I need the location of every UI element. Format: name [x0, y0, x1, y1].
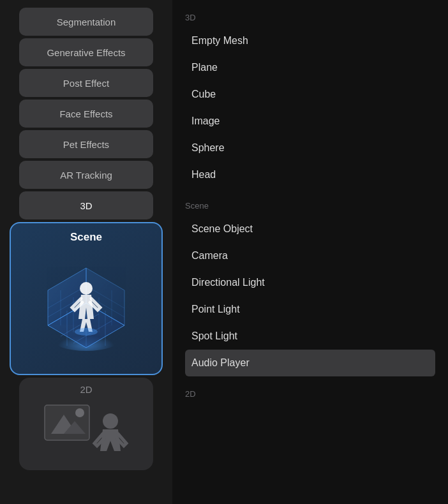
right-panel: 3D Empty Mesh Plane Cube Image Sphere He… — [172, 0, 448, 504]
menu-item-plane[interactable]: Plane — [185, 54, 435, 81]
menu-item-head[interactable]: Head — [185, 161, 435, 188]
menu-item-point-light[interactable]: Point Light — [185, 296, 435, 323]
sidebar: Segmentation Generative Effects Post Eff… — [0, 0, 172, 504]
sidebar-item-pet-effects[interactable]: Pet Effects — [19, 130, 153, 158]
section-header-scene: Scene — [185, 201, 435, 211]
menu-item-spot-light[interactable]: Spot Light — [185, 323, 435, 350]
menu-item-sphere[interactable]: Sphere — [185, 135, 435, 161]
sidebar-item-post-effect[interactable]: Post Effect — [19, 69, 153, 97]
2d-illustration — [41, 399, 131, 463]
svg-point-21 — [75, 408, 84, 417]
menu-item-directional-light[interactable]: Directional Light — [185, 269, 435, 296]
card-3d[interactable]: Scene — [10, 222, 163, 375]
section-header-2d: 2D — [185, 389, 435, 399]
sidebar-item-generative-effects[interactable]: Generative Effects — [19, 38, 153, 66]
menu-item-audio-player[interactable]: Audio Player — [185, 350, 435, 376]
menu-item-scene-object[interactable]: Scene Object — [185, 216, 435, 242]
sidebar-item-face-effects[interactable]: Face Effects — [19, 100, 153, 128]
scene-illustration — [29, 249, 144, 364]
card-2d-label: 2D — [80, 384, 92, 395]
sidebar-item-segmentation[interactable]: Segmentation — [19, 8, 153, 36]
menu-item-cube[interactable]: Cube — [185, 81, 435, 108]
menu-item-camera[interactable]: Camera — [185, 242, 435, 269]
card-2d[interactable]: 2D — [19, 378, 153, 470]
menu-item-empty-mesh[interactable]: Empty Mesh — [185, 27, 435, 54]
card-3d-label: Scene — [70, 231, 102, 244]
sidebar-item-ar-tracking[interactable]: AR Tracking — [19, 161, 153, 189]
sidebar-item-3d-tab[interactable]: 3D — [19, 191, 153, 219]
menu-item-image[interactable]: Image — [185, 108, 435, 135]
svg-point-22 — [103, 413, 118, 429]
svg-point-17 — [75, 328, 98, 336]
svg-point-16 — [80, 282, 93, 295]
section-header-3d: 3D — [185, 13, 435, 22]
